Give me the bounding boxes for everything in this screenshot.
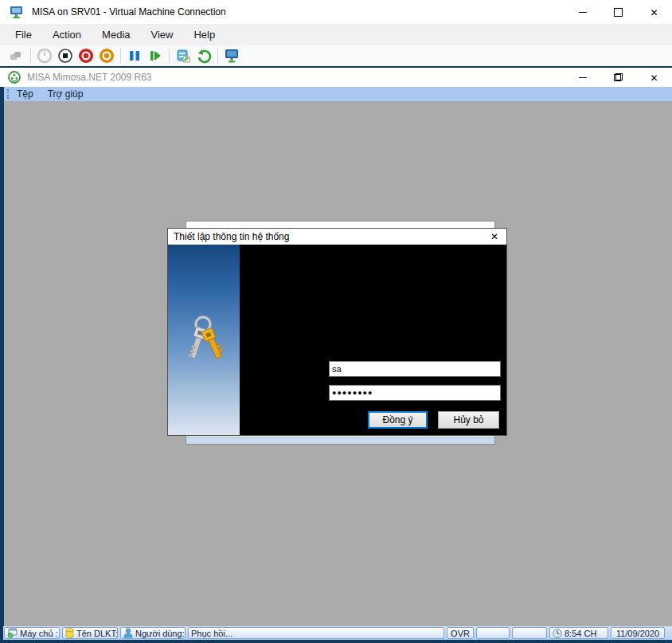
resume-button[interactable] bbox=[145, 46, 166, 65]
misa-statusbar: Máy chủ : Tên DLKT: Người dùng: Phục hồi… bbox=[3, 626, 672, 640]
checkpoint-button[interactable] bbox=[173, 46, 193, 65]
statusbar-db-panel: Tên DLKT: bbox=[62, 627, 118, 639]
minimize-button[interactable] bbox=[565, 0, 600, 24]
close-button[interactable] bbox=[636, 0, 672, 24]
minimize-icon bbox=[579, 12, 587, 13]
keys-icon bbox=[186, 315, 224, 364]
misa-titlebar: MISA Mimosa.NET 2009 R63 bbox=[0, 68, 672, 87]
shut-down-icon bbox=[78, 48, 94, 64]
hyperv-app-icon bbox=[10, 5, 24, 19]
toolbar-separator bbox=[120, 49, 121, 63]
username-input[interactable] bbox=[329, 361, 501, 377]
ovr-indicator: OVR bbox=[451, 629, 470, 638]
shut-down-button[interactable] bbox=[76, 46, 96, 65]
database-icon bbox=[65, 628, 74, 638]
misa-restore-button[interactable] bbox=[600, 68, 636, 87]
cancel-button[interactable]: Hủy bỏ bbox=[438, 411, 499, 429]
close-icon bbox=[650, 70, 658, 84]
menu-view[interactable]: View bbox=[141, 24, 184, 45]
statusbar-time-panel: 8:54 CH bbox=[549, 627, 608, 639]
statusbar-user-panel: Người dùng: bbox=[120, 627, 186, 639]
restore-icon bbox=[614, 73, 623, 81]
misa-menu-tro-giup[interactable]: Trợ giúp bbox=[41, 87, 91, 101]
toolbar-separator bbox=[169, 49, 170, 63]
menu-file[interactable]: File bbox=[5, 24, 42, 45]
dialog-content: Đồng ý Hủy bỏ bbox=[168, 245, 506, 435]
statusbar-server-panel: Máy chủ : bbox=[4, 627, 60, 639]
system-info-dialog: Thiết lập thông tin hệ thống bbox=[167, 228, 507, 436]
date-value: 11/09/2020 bbox=[616, 629, 659, 638]
dialog-close-button[interactable] bbox=[488, 231, 501, 242]
hyperv-menubar: File Action Media View Help bbox=[0, 24, 672, 45]
pause-icon bbox=[127, 48, 143, 64]
maximize-icon bbox=[614, 8, 623, 17]
statusbar-status-panel: Phục hồi... bbox=[188, 627, 444, 639]
clock-icon bbox=[553, 629, 562, 638]
dialog-banner-panel bbox=[168, 245, 240, 435]
db-label: Tên DLKT: bbox=[76, 629, 118, 638]
background-window-footer bbox=[186, 437, 494, 444]
pause-button[interactable] bbox=[124, 46, 145, 65]
vm-display: MISA Mimosa.NET 2009 R63 Tệp Trợ giúp Th… bbox=[0, 66, 672, 643]
misa-minimize-button[interactable] bbox=[565, 68, 600, 87]
ok-button[interactable]: Đồng ý bbox=[368, 411, 428, 429]
resume-icon bbox=[147, 48, 163, 64]
ctrl-alt-del-icon bbox=[9, 48, 25, 64]
menu-help[interactable]: Help bbox=[183, 24, 225, 45]
statusbar-date-panel: 11/09/2020 bbox=[611, 627, 665, 639]
misa-client-area: Thiết lập thông tin hệ thống bbox=[4, 101, 672, 626]
save-state-icon bbox=[99, 48, 115, 64]
dialog-title: Thiết lập thông tin hệ thống bbox=[174, 231, 289, 242]
revert-icon bbox=[196, 48, 212, 64]
hyperv-toolbar bbox=[0, 45, 672, 67]
checkpoint-icon bbox=[175, 48, 191, 64]
menu-action[interactable]: Action bbox=[42, 24, 92, 45]
menu-media[interactable]: Media bbox=[92, 24, 140, 45]
statusbar-empty-panel bbox=[476, 627, 510, 639]
server-label: Máy chủ : bbox=[20, 629, 58, 638]
toolbar-separator bbox=[30, 49, 31, 63]
user-icon bbox=[123, 628, 133, 638]
start-icon bbox=[37, 48, 53, 64]
clock-time: 8:54 CH bbox=[565, 629, 596, 638]
turn-off-icon bbox=[57, 48, 73, 64]
user-label: Người dùng: bbox=[135, 629, 185, 638]
close-icon bbox=[650, 5, 658, 19]
window-title: MISA on SRV01 - Virtual Machine Connecti… bbox=[32, 6, 226, 18]
save-state-button[interactable] bbox=[96, 46, 117, 65]
status-text: Phục hồi... bbox=[191, 629, 232, 638]
misa-menubar: Tệp Trợ giúp bbox=[4, 87, 672, 101]
maximize-button[interactable] bbox=[600, 0, 636, 24]
server-icon bbox=[7, 628, 18, 638]
enhanced-session-button[interactable] bbox=[221, 46, 242, 65]
statusbar-empty-panel bbox=[512, 627, 547, 639]
misa-close-button[interactable] bbox=[636, 68, 672, 87]
enhanced-session-icon bbox=[224, 48, 240, 64]
turn-off-button[interactable] bbox=[55, 46, 76, 65]
dialog-titlebar: Thiết lập thông tin hệ thống bbox=[168, 229, 506, 245]
toolbar-separator bbox=[217, 49, 218, 63]
revert-button[interactable] bbox=[193, 46, 214, 65]
password-input[interactable] bbox=[329, 385, 501, 401]
misa-logo-icon bbox=[8, 71, 21, 84]
misa-window-title: MISA Mimosa.NET 2009 R63 bbox=[27, 72, 152, 83]
hyperv-titlebar: MISA on SRV01 - Virtual Machine Connecti… bbox=[0, 0, 672, 24]
ctrl-alt-del-button[interactable] bbox=[6, 46, 27, 65]
misa-menu-tep[interactable]: Tệp bbox=[10, 87, 41, 101]
start-vm-button[interactable] bbox=[34, 46, 55, 65]
statusbar-ovr-panel: OVR bbox=[447, 627, 474, 639]
minimize-icon bbox=[579, 77, 587, 78]
